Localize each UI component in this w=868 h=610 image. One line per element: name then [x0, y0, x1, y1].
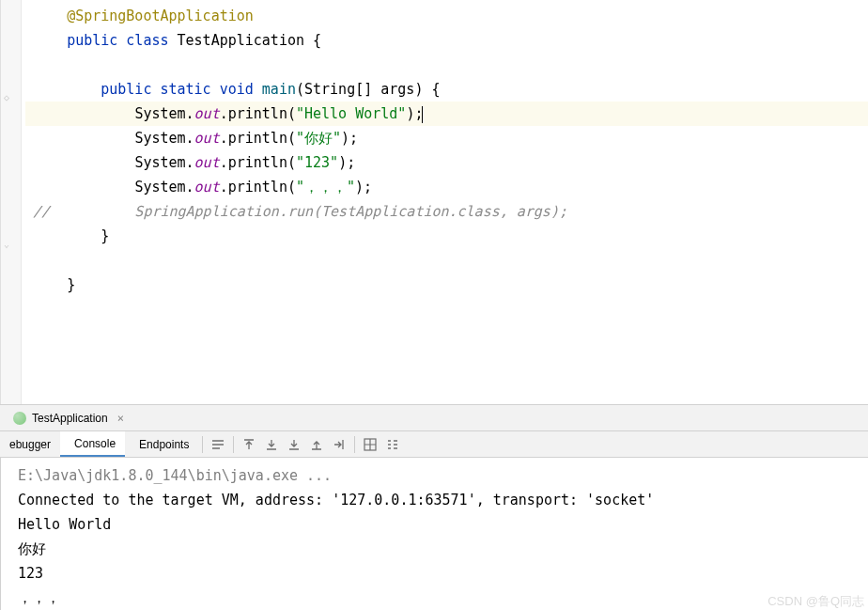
upload-button[interactable] — [305, 433, 328, 456]
list-button[interactable] — [381, 433, 404, 456]
close-icon[interactable]: × — [117, 412, 124, 425]
toolbar-separator — [202, 436, 203, 453]
console-line: Hello World — [18, 512, 860, 537]
code-line[interactable]: System.out.println("，，，"); — [25, 175, 868, 199]
run-config-tabs: TestApplication × — [0, 405, 868, 431]
download-button[interactable] — [260, 433, 283, 456]
tab-debugger[interactable]: ebugger — [0, 431, 60, 457]
soft-wrap-button[interactable] — [207, 433, 229, 456]
grid-button[interactable] — [359, 433, 381, 456]
download-button-2[interactable] — [283, 433, 305, 456]
debug-toolbar: ebugger Console Endpoints — [0, 431, 868, 458]
code-line[interactable]: @SpringBootApplication — [25, 4, 868, 28]
tab-debugger-label: ebugger — [9, 438, 51, 451]
run-panel: TestApplication × ebugger Console Endpoi… — [0, 404, 868, 610]
console-line: Connected to the target VM, address: '12… — [18, 488, 860, 512]
toolbar-separator — [233, 436, 234, 453]
console-line: 123 — [18, 561, 860, 586]
export-button[interactable] — [328, 433, 350, 456]
code-line[interactable]: public static void main(String[] args) { — [25, 77, 868, 102]
tab-endpoints[interactable]: Endpoints — [125, 431, 198, 457]
toolbar-separator — [354, 436, 355, 453]
code-line[interactable]: System.out.println("你好"); — [25, 126, 868, 150]
editor-gutter: ◇ ⌄ — [1, 0, 22, 404]
console-output[interactable]: E:\Java\jdk1.8.0_144\bin\java.exe ... Co… — [0, 458, 868, 610]
code-line[interactable] — [25, 248, 868, 273]
code-line[interactable]: public class TestApplication { — [25, 28, 868, 53]
console-line: ，，， — [18, 586, 860, 610]
code-line[interactable]: } — [25, 273, 868, 297]
code-line[interactable]: // SpringApplication.run(TestApplication… — [25, 199, 868, 224]
spring-boot-icon — [13, 412, 26, 425]
tab-console[interactable]: Console — [60, 431, 125, 457]
tab-console-label: Console — [74, 437, 116, 450]
code-line[interactable] — [25, 53, 868, 77]
scroll-top-button[interactable] — [238, 433, 260, 456]
tab-endpoints-label: Endpoints — [139, 438, 189, 451]
gutter-marker-icon: ◇ — [4, 92, 9, 102]
watermark: CSDN @鲁Q同志 — [767, 593, 864, 610]
code-line[interactable]: System.out.println("123"); — [25, 150, 868, 175]
console-line: 你好 — [18, 537, 860, 561]
run-tab-label[interactable]: TestApplication — [32, 412, 108, 425]
code-editor[interactable]: ◇ ⌄ @SpringBootApplication public class … — [0, 0, 868, 404]
console-line: E:\Java\jdk1.8.0_144\bin\java.exe ... — [18, 463, 860, 488]
gutter-fold-icon[interactable]: ⌄ — [4, 239, 9, 249]
code-line[interactable]: System.out.println("Hello World"); — [25, 102, 868, 126]
code-line[interactable]: } — [25, 224, 868, 248]
